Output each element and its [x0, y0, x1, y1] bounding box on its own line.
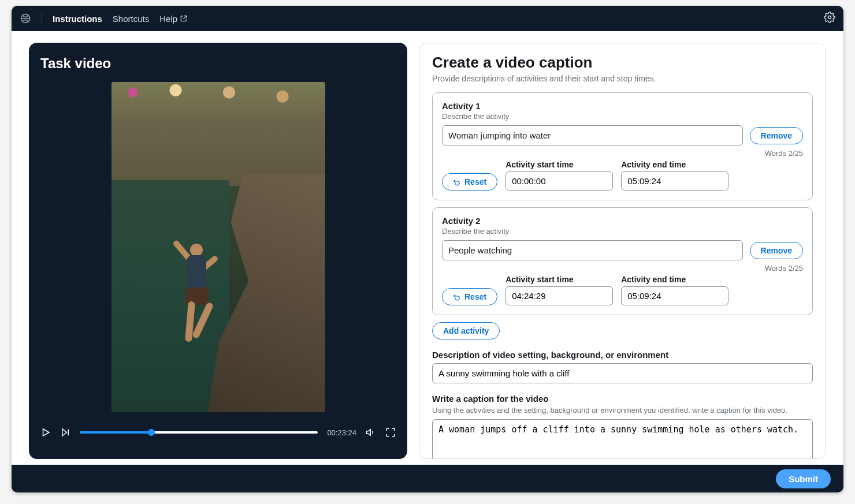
- word-count: Words 2/25: [442, 149, 803, 158]
- gear-icon[interactable]: [824, 12, 835, 25]
- external-link-icon: [180, 14, 188, 23]
- activity-end-input[interactable]: [621, 286, 728, 305]
- activity-card: Activity 2 Describe the activity Remove …: [432, 207, 813, 315]
- add-activity-button[interactable]: Add activity: [432, 322, 500, 339]
- nav-shortcuts[interactable]: Shortcuts: [113, 14, 149, 24]
- caption-label: Write a caption for the video: [432, 394, 813, 404]
- activity-start-input[interactable]: [505, 171, 613, 191]
- logo-icon: [20, 13, 31, 24]
- video-controls: 00:23:24: [40, 427, 396, 438]
- topbar-divider: [42, 13, 42, 24]
- word-count: Words 2/25: [442, 264, 803, 272]
- activity-start-label: Activity start time: [505, 275, 613, 284]
- video-panel: Task video: [29, 43, 407, 459]
- undo-icon: [453, 293, 461, 301]
- skip-forward-icon[interactable]: [60, 427, 70, 438]
- reset-button[interactable]: Reset: [442, 288, 497, 305]
- activity-description-input[interactable]: [442, 240, 743, 260]
- setting-input[interactable]: [432, 363, 813, 383]
- activity-end-input[interactable]: [621, 171, 728, 191]
- svg-point-1: [828, 16, 831, 19]
- svg-marker-3: [62, 429, 67, 436]
- activity-start-label: Activity start time: [505, 160, 613, 169]
- activity-header: Activity 2: [442, 216, 803, 226]
- topbar: Instructions Shortcuts Help: [12, 6, 843, 31]
- video-timecode: 00:23:24: [327, 428, 356, 437]
- play-icon[interactable]: [40, 427, 51, 438]
- svg-marker-2: [43, 429, 50, 436]
- activity-card: Activity 1 Describe the activity Remove …: [432, 92, 813, 200]
- nav-help-label: Help: [159, 14, 177, 24]
- fullscreen-icon[interactable]: [385, 427, 396, 438]
- activity-describe-label: Describe the activity: [442, 112, 803, 121]
- video-title: Task video: [40, 55, 396, 72]
- form-subtitle: Provide descriptions of activities and t…: [432, 74, 813, 83]
- undo-icon: [453, 178, 461, 186]
- submit-button[interactable]: Submit: [776, 469, 831, 488]
- form-title: Create a video caption: [432, 54, 813, 72]
- reset-button[interactable]: Reset: [442, 173, 497, 191]
- activity-end-label: Activity end time: [621, 160, 728, 169]
- activity-header: Activity 1: [442, 101, 803, 111]
- svg-marker-5: [367, 430, 371, 436]
- activity-describe-label: Describe the activity: [442, 227, 803, 236]
- remove-button[interactable]: Remove: [750, 242, 803, 259]
- video-frame[interactable]: [111, 82, 325, 412]
- nav-instructions[interactable]: Instructions: [53, 14, 102, 24]
- video-progress-bar[interactable]: [80, 431, 318, 434]
- caption-help: Using the activities and the setting, ba…: [432, 406, 813, 415]
- nav-help[interactable]: Help: [159, 14, 188, 24]
- remove-button[interactable]: Remove: [750, 127, 803, 144]
- footer-bar: Submit: [12, 465, 843, 492]
- setting-label: Description of video setting, background…: [432, 350, 813, 360]
- activity-description-input[interactable]: [442, 125, 743, 145]
- caption-textarea[interactable]: [432, 419, 813, 459]
- activity-start-input[interactable]: [505, 286, 613, 305]
- volume-icon[interactable]: [366, 427, 376, 438]
- activity-end-label: Activity end time: [621, 275, 728, 284]
- form-panel: Create a video caption Provide descripti…: [419, 43, 826, 459]
